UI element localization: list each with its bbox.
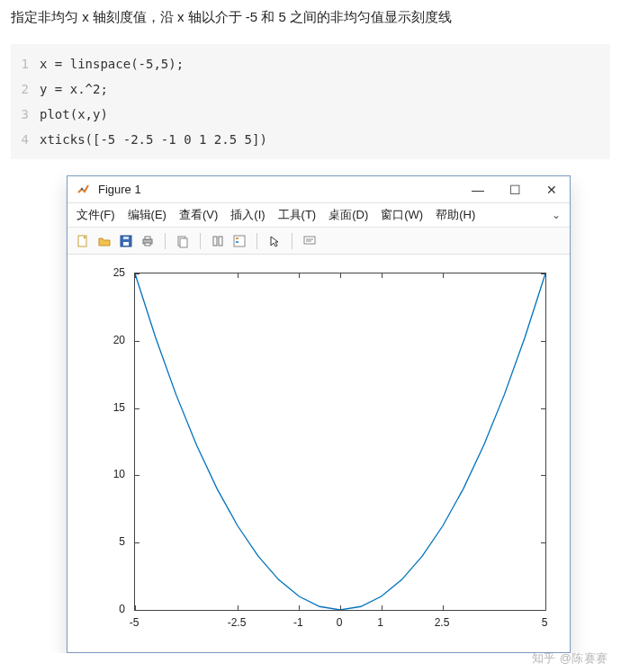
svg-rect-9 bbox=[180, 238, 187, 247]
svg-rect-15 bbox=[304, 237, 315, 244]
copy-icon[interactable] bbox=[175, 233, 191, 249]
svg-rect-4 bbox=[123, 237, 129, 239]
toolbar-separator bbox=[292, 233, 292, 249]
cursor-icon[interactable] bbox=[266, 233, 283, 249]
y-tick-label: 0 bbox=[119, 603, 125, 615]
toolbar bbox=[68, 228, 570, 255]
new-icon[interactable] bbox=[75, 233, 91, 249]
titlebar[interactable]: Figure 1 — ☐ ✕ bbox=[68, 176, 570, 203]
menu-desktop[interactable]: 桌面(D) bbox=[328, 207, 368, 223]
close-button[interactable]: ✕ bbox=[543, 181, 561, 199]
datatip-icon[interactable] bbox=[302, 233, 318, 249]
line-number: 2 bbox=[20, 76, 40, 102]
code-line: y = x.^2; bbox=[40, 76, 108, 102]
watermark: 知乎 @陈赛赛 bbox=[532, 650, 608, 653]
minimize-button[interactable]: — bbox=[468, 181, 488, 199]
x-axis-ticks: -5-2.5-1012.55 bbox=[134, 613, 546, 632]
plot-curve bbox=[135, 273, 545, 610]
menu-view[interactable]: 查看(V) bbox=[179, 207, 218, 223]
save-icon[interactable] bbox=[118, 233, 134, 249]
link-icon[interactable] bbox=[210, 233, 226, 249]
menu-file[interactable]: 文件(F) bbox=[76, 207, 115, 223]
figure-window: Figure 1 — ☐ ✕ 文件(F) 编辑(E) 查看(V) 插入(I) 工… bbox=[67, 175, 571, 653]
svg-point-0 bbox=[81, 187, 83, 189]
svg-rect-3 bbox=[123, 242, 129, 246]
toolbar-separator bbox=[200, 233, 201, 249]
toolbar-separator bbox=[256, 233, 257, 249]
x-tick-label: 2.5 bbox=[435, 616, 450, 629]
open-icon[interactable] bbox=[96, 233, 112, 249]
svg-rect-6 bbox=[145, 237, 150, 239]
y-tick-label: 5 bbox=[119, 535, 125, 548]
line-number: 3 bbox=[20, 102, 40, 127]
x-tick-label: 5 bbox=[542, 616, 548, 629]
code-line: xticks([-5 -2.5 -1 0 1 2.5 5]) bbox=[40, 127, 267, 152]
y-tick-label: 25 bbox=[113, 266, 125, 279]
svg-rect-11 bbox=[219, 237, 222, 246]
x-tick-label: 0 bbox=[337, 616, 343, 629]
plot-box bbox=[134, 273, 546, 611]
matlab-icon bbox=[76, 183, 91, 197]
svg-rect-12 bbox=[234, 236, 245, 246]
menubar: 文件(F) 编辑(E) 查看(V) 插入(I) 工具(T) 桌面(D) 窗口(W… bbox=[68, 203, 570, 228]
legend-icon[interactable] bbox=[231, 233, 248, 249]
menu-overflow-icon[interactable]: ⌄ bbox=[552, 209, 561, 221]
maximize-button[interactable]: ☐ bbox=[506, 181, 525, 199]
x-tick-label: 1 bbox=[377, 616, 383, 629]
page-description: 指定非均匀 x 轴刻度值，沿 x 轴以介于 -5 和 5 之间的非均匀值显示刻度… bbox=[0, 0, 621, 39]
svg-rect-10 bbox=[213, 237, 217, 246]
code-line: x = linspace(-5,5); bbox=[40, 51, 184, 76]
code-block: 1x = linspace(-5,5); 2y = x.^2; 3plot(x,… bbox=[11, 44, 610, 159]
x-tick-label: -1 bbox=[293, 616, 303, 629]
menu-window[interactable]: 窗口(W) bbox=[381, 207, 423, 223]
line-number: 1 bbox=[20, 51, 40, 76]
y-axis-ticks: 0510152025 bbox=[87, 271, 130, 632]
code-line: plot(x,y) bbox=[40, 102, 108, 127]
x-tick-label: -5 bbox=[130, 616, 140, 629]
x-tick-label: -2.5 bbox=[228, 616, 247, 629]
svg-rect-7 bbox=[145, 243, 150, 246]
y-tick-label: 15 bbox=[113, 401, 125, 414]
menu-tools[interactable]: 工具(T) bbox=[278, 207, 317, 223]
toolbar-separator bbox=[165, 233, 166, 249]
y-tick-label: 10 bbox=[113, 468, 125, 480]
window-title: Figure 1 bbox=[98, 183, 141, 196]
y-tick-label: 20 bbox=[113, 334, 125, 346]
menu-edit[interactable]: 编辑(E) bbox=[128, 207, 166, 223]
axes[interactable]: 0510152025 -5-2.5-1012.55 bbox=[87, 271, 550, 632]
plot-area: 0510152025 -5-2.5-1012.55 bbox=[68, 255, 570, 652]
menu-help[interactable]: 帮助(H) bbox=[436, 207, 475, 223]
line-number: 4 bbox=[20, 127, 40, 152]
print-icon[interactable] bbox=[140, 233, 156, 249]
menu-insert[interactable]: 插入(I) bbox=[230, 207, 265, 223]
